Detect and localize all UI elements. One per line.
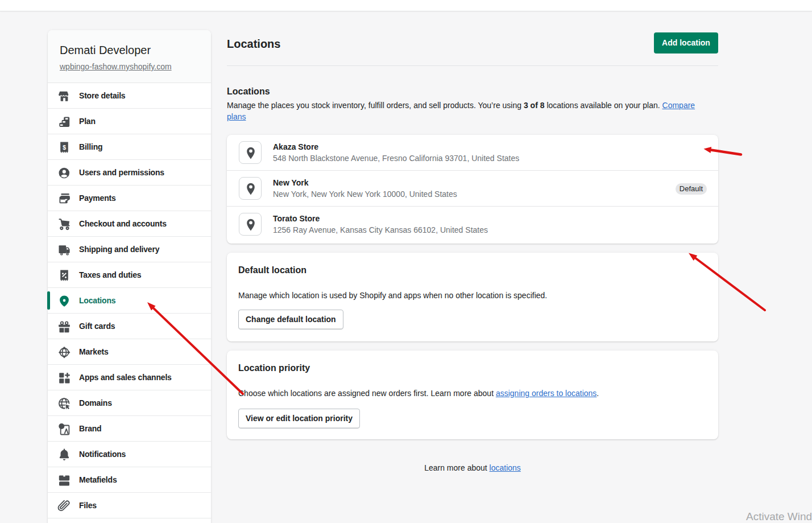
svg-text:$: $ [63, 144, 66, 151]
